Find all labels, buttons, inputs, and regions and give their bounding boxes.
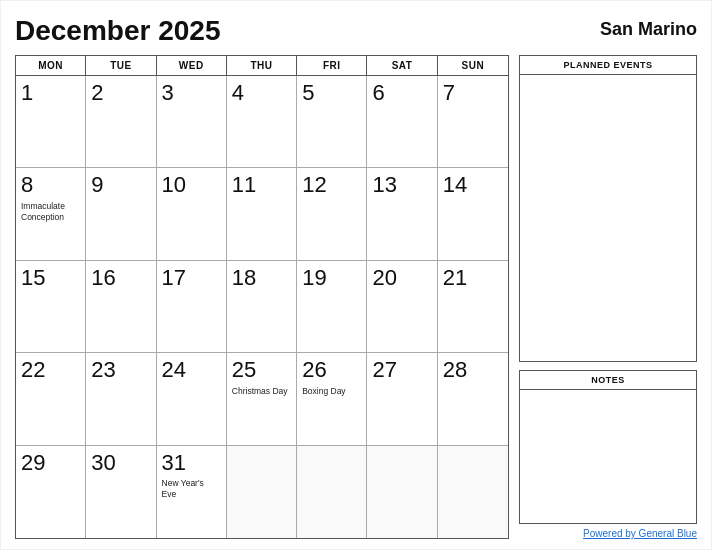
month-year-title: December 2025	[15, 15, 220, 47]
calendar-section: MON TUE WED THU FRI SAT SUN 1 2 3 4 5 6 …	[15, 55, 509, 539]
day-cell-11: 11	[227, 168, 297, 260]
day-cell-31: 31 New Year'sEve	[157, 446, 227, 538]
planned-events-box: PLANNED EVENTS	[519, 55, 697, 362]
day-cell-1: 1	[16, 76, 86, 168]
day-cell-18: 18	[227, 261, 297, 353]
planned-events-content	[520, 75, 696, 361]
header-sat: SAT	[367, 56, 437, 75]
notes-box: NOTES	[519, 370, 697, 524]
day-cell-7: 7	[438, 76, 508, 168]
day-cell-4: 4	[227, 76, 297, 168]
header-thu: THU	[227, 56, 297, 75]
powered-by-link[interactable]: Powered by General Blue	[519, 528, 697, 539]
main-area: MON TUE WED THU FRI SAT SUN 1 2 3 4 5 6 …	[15, 55, 697, 539]
day-cell-16: 16	[86, 261, 156, 353]
day-cell-25: 25 Christmas Day	[227, 353, 297, 445]
day-cell-13: 13	[367, 168, 437, 260]
day-cell-2: 2	[86, 76, 156, 168]
header-mon: MON	[16, 56, 86, 75]
day-cell-14: 14	[438, 168, 508, 260]
day-cell-8: 8 ImmaculateConception	[16, 168, 86, 260]
calendar-grid: 1 2 3 4 5 6 7 8 ImmaculateConception 9 1…	[16, 76, 508, 538]
day-cell-empty-4	[438, 446, 508, 538]
day-headers: MON TUE WED THU FRI SAT SUN	[16, 56, 508, 76]
notes-title: NOTES	[520, 371, 696, 390]
calendar-page: December 2025 San Marino MON TUE WED THU…	[1, 1, 711, 549]
planned-events-title: PLANNED EVENTS	[520, 56, 696, 75]
day-cell-27: 27	[367, 353, 437, 445]
day-cell-20: 20	[367, 261, 437, 353]
notes-content	[520, 390, 696, 523]
header-wed: WED	[157, 56, 227, 75]
day-cell-30: 30	[86, 446, 156, 538]
day-cell-10: 10	[157, 168, 227, 260]
day-cell-29: 29	[16, 446, 86, 538]
header: December 2025 San Marino	[15, 15, 697, 47]
day-cell-23: 23	[86, 353, 156, 445]
day-cell-3: 3	[157, 76, 227, 168]
day-cell-22: 22	[16, 353, 86, 445]
header-tue: TUE	[86, 56, 156, 75]
header-sun: SUN	[438, 56, 508, 75]
day-cell-6: 6	[367, 76, 437, 168]
day-cell-17: 17	[157, 261, 227, 353]
day-cell-empty-3	[367, 446, 437, 538]
country-title: San Marino	[600, 15, 697, 40]
day-cell-19: 19	[297, 261, 367, 353]
day-cell-empty-2	[297, 446, 367, 538]
day-cell-12: 12	[297, 168, 367, 260]
day-cell-21: 21	[438, 261, 508, 353]
day-cell-9: 9	[86, 168, 156, 260]
sidebar-boxes: PLANNED EVENTS NOTES	[519, 55, 697, 524]
day-cell-26: 26 Boxing Day	[297, 353, 367, 445]
sidebar: PLANNED EVENTS NOTES Powered by General …	[519, 55, 697, 539]
day-cell-24: 24	[157, 353, 227, 445]
day-cell-5: 5	[297, 76, 367, 168]
day-cell-28: 28	[438, 353, 508, 445]
header-fri: FRI	[297, 56, 367, 75]
day-cell-empty-1	[227, 446, 297, 538]
day-cell-15: 15	[16, 261, 86, 353]
